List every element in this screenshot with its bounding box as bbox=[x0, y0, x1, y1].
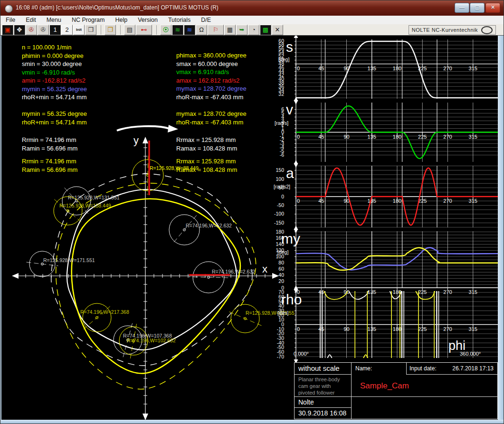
y-tick-label: 40 bbox=[278, 272, 284, 278]
cam-profile-yellow-pitch bbox=[56, 183, 256, 389]
param-line: vmin = -6.910 rad/s bbox=[22, 68, 87, 77]
y-tick-label: 150 bbox=[276, 167, 284, 173]
x-tick-label: 180 bbox=[393, 134, 401, 140]
print-icon[interactable]: ✇ bbox=[38, 25, 49, 35]
view-3d-icon[interactable]: ❒ bbox=[85, 25, 96, 35]
plot-title-my: my bbox=[281, 231, 300, 246]
y-tick-label: -70 bbox=[277, 354, 284, 359]
axis-arrow-icon bbox=[294, 36, 298, 38]
plot-title-a: a bbox=[286, 165, 294, 181]
y-axis-label: y bbox=[133, 134, 139, 146]
roller-label: R=74.196,W=52.632 bbox=[186, 223, 232, 228]
film-icon[interactable]: ▩ bbox=[260, 25, 271, 35]
notes-icon[interactable]: ▤ bbox=[124, 25, 135, 35]
minimize-button[interactable]: — bbox=[455, 3, 469, 13]
drawing-canvas[interactable]: yxR=125.928,W=88.449R=125.928,W=131.551R… bbox=[1, 36, 499, 421]
roller-circle: R=74.196,W=217.368 bbox=[80, 303, 129, 332]
print-date: 30.9.2018 16:08 bbox=[295, 408, 351, 419]
y-tick-label: -100 bbox=[274, 211, 284, 217]
axis-arrow-icon bbox=[294, 160, 298, 164]
maximize-button[interactable]: ▢ bbox=[470, 3, 485, 13]
quality-check-icon[interactable]: Ω bbox=[196, 25, 207, 35]
curves-edit-icon[interactable]: ≋ bbox=[184, 25, 195, 35]
x-tick-label: 45 bbox=[318, 326, 324, 332]
x-tick-label: 135 bbox=[368, 326, 376, 332]
input-date-label: Input date: bbox=[409, 365, 437, 374]
x-tick-label: 135 bbox=[368, 134, 376, 140]
cam-profile-white bbox=[67, 189, 237, 350]
y-tick-label: 32 bbox=[278, 91, 284, 97]
description-line: pivoted follower bbox=[298, 389, 351, 396]
menu-item-menu[interactable]: Menu bbox=[41, 16, 67, 24]
app-window: 16:08 #0 (adm) [c:\users\Nolte\OptimusMo… bbox=[0, 0, 504, 424]
menu-item-d-e[interactable]: D/E bbox=[196, 16, 216, 24]
plot-unit-rho: [mm] bbox=[277, 310, 288, 316]
menu-item-file[interactable]: File bbox=[0, 16, 20, 24]
x-tick-label: 45 bbox=[318, 66, 324, 71]
param-line: mymax = 128.702 degree bbox=[176, 110, 247, 118]
roller-circle: R=125.928,W=171.551 bbox=[26, 251, 95, 277]
brand-logo-icon bbox=[481, 26, 493, 34]
plot-unit-my: [deg] bbox=[277, 249, 288, 255]
x-tick-label: 0 bbox=[297, 66, 300, 71]
roller-circle: R=74.196,W=52.632 bbox=[169, 215, 232, 245]
close-tool-icon[interactable]: ✕ bbox=[272, 25, 283, 35]
info-right-column: Name: Input date: 26.7.2018 17:13 Sample… bbox=[352, 363, 497, 419]
param-block-max: phimax = 360.000 degreesmax = 60.000 deg… bbox=[176, 51, 247, 101]
x-tick-label: 270 bbox=[443, 198, 452, 204]
curves-overview-icon[interactable]: ≋ bbox=[172, 25, 183, 35]
export-icon[interactable]: ➥ bbox=[236, 25, 247, 35]
init-icon[interactable]: Init bbox=[73, 25, 85, 35]
info-empty-cell bbox=[352, 397, 497, 419]
param-line: Rrmax = 125.928 mm bbox=[176, 136, 237, 144]
menu-item-help[interactable]: Help bbox=[110, 16, 133, 24]
curve-flags-icon[interactable]: ⚐ bbox=[208, 25, 224, 35]
param-line: amax = 162.812 rad/s2 bbox=[176, 76, 247, 85]
param-line: phimin = 0.000 degree bbox=[22, 52, 87, 60]
x-tick-label: 225 bbox=[418, 134, 427, 140]
toolbar-separator bbox=[152, 25, 157, 35]
param-line: rhoR+min = 54.714 mm bbox=[22, 93, 87, 102]
plot-s: 0459013518022527031560585654525048464442… bbox=[278, 36, 498, 104]
roller-circle: R=74.196,W=2.632 bbox=[189, 262, 255, 293]
window-frame-icon[interactable]: ▣ bbox=[2, 25, 13, 35]
menu-item-edit[interactable]: Edit bbox=[20, 16, 41, 24]
param-block-my-min: mymin = 56.325 degreerhoR+min = 54.714 m… bbox=[22, 110, 87, 126]
menu-bar: FileEditMenuNC ProgramHelpVersionTutoria… bbox=[0, 16, 504, 25]
plot-v: 045901351802252703156543210-1-2-3-4-5-6v… bbox=[275, 97, 498, 168]
roller-circle: R=74.196,W=102.632 bbox=[119, 323, 176, 358]
param-line: smin = 30.000 degree bbox=[22, 60, 87, 68]
print-color-icon[interactable]: ✇ bbox=[26, 25, 37, 35]
fit-screen-icon[interactable]: ✥ bbox=[14, 25, 25, 35]
traffic-light-icon[interactable]: ⦿ bbox=[160, 25, 171, 35]
menu-item-version[interactable]: Version bbox=[133, 16, 163, 24]
table-icon[interactable]: ▦ bbox=[224, 25, 236, 35]
param-line: rhoR-max = -67.403 mm bbox=[176, 93, 247, 102]
plot-unit-a: [rad/s2] bbox=[274, 184, 290, 189]
roller-label: R=125.928,W=131.551 bbox=[68, 195, 120, 200]
motion-diagrams[interactable]: 0459013518022527031560585654525048464442… bbox=[264, 36, 499, 363]
menu-item-tutorials[interactable]: Tutorials bbox=[163, 16, 196, 24]
cam-name-value: Sample_Cam bbox=[360, 381, 409, 390]
screen-1-icon[interactable]: 1 bbox=[49, 25, 61, 35]
param-line: vmax = 6.910 rad/s bbox=[176, 68, 247, 76]
title-bar: 16:08 #0 (adm) [c:\users\Nolte\OptimusMo… bbox=[0, 0, 504, 16]
drawing-info-box: without scale Planar three-body cam gear… bbox=[294, 362, 498, 419]
rotation-arrow-icon bbox=[117, 126, 170, 131]
param-line: Ramax = 108.428 mm bbox=[176, 144, 237, 153]
plot-my: 0459013518022527031518016014012010080604… bbox=[276, 226, 498, 295]
menu-item-nc-program[interactable]: NC Program bbox=[67, 16, 110, 24]
screen-2-icon[interactable]: 2 bbox=[61, 25, 73, 35]
close-button[interactable]: ✕ bbox=[485, 3, 500, 13]
roller-label: R=74.196,W=2.632 bbox=[212, 269, 255, 274]
animate-icon[interactable]: ◔ bbox=[248, 25, 259, 35]
input-date-value: 26.7.2018 17:13 bbox=[452, 365, 494, 374]
motion-diagram-icon[interactable]: ⊷ bbox=[136, 25, 152, 35]
scale-note: without scale bbox=[295, 363, 351, 375]
info-top-row: Name: Input date: 26.7.2018 17:13 bbox=[352, 363, 497, 375]
curve-rho-white bbox=[349, 291, 369, 299]
brand-label: NOLTE NC-Kurventechnik bbox=[412, 27, 478, 33]
open-file-icon[interactable]: ❐ bbox=[105, 25, 116, 35]
plot-title-v: v bbox=[286, 102, 293, 117]
y-tick-label: 0 bbox=[281, 194, 284, 199]
